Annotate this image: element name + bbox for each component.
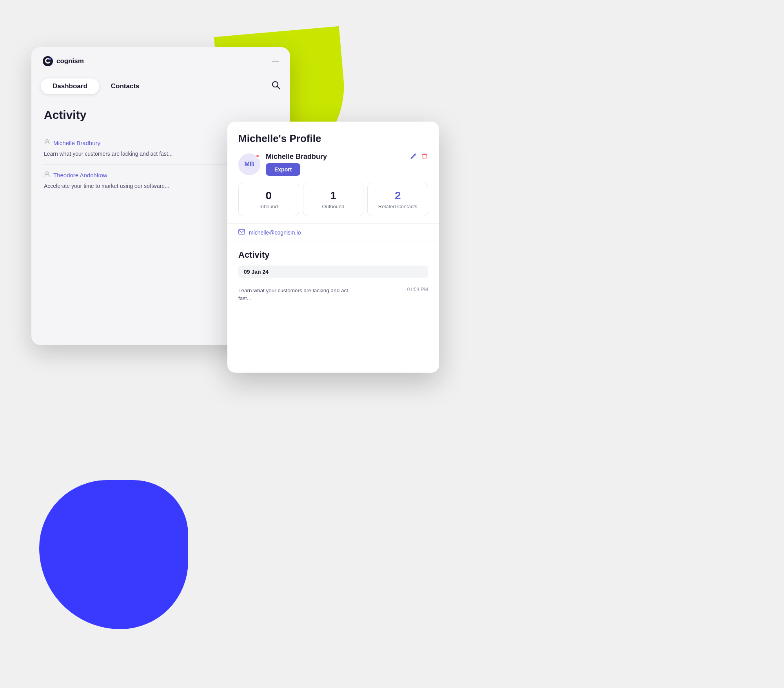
stat-inbound[interactable]: 0 Inbound bbox=[238, 183, 299, 216]
person-name-2[interactable]: Theodore Andohkow bbox=[53, 172, 107, 178]
cognism-logo-icon bbox=[42, 56, 53, 67]
tab-contacts[interactable]: Contacts bbox=[99, 78, 151, 94]
avatar-status-dot bbox=[256, 154, 260, 158]
minimize-button[interactable] bbox=[272, 61, 279, 62]
inbound-label: Inbound bbox=[243, 204, 294, 209]
nav-tabs: Dashboard Contacts bbox=[31, 74, 290, 100]
edit-icon[interactable] bbox=[410, 153, 417, 162]
profile-title: Michelle's Profile bbox=[238, 133, 428, 145]
profile-activity-time: 01:54 PM bbox=[407, 287, 428, 292]
svg-line-3 bbox=[278, 87, 280, 89]
svg-point-0 bbox=[43, 56, 53, 66]
activity-date-badge: 09 Jan 24 bbox=[238, 266, 428, 278]
person-icon-2 bbox=[44, 171, 50, 179]
logo-text: cognism bbox=[56, 57, 84, 65]
stat-related-contacts[interactable]: 2 Related Contacts bbox=[367, 183, 428, 216]
profile-activity: Activity 09 Jan 24 Learn what your custo… bbox=[227, 242, 439, 306]
profile-card: Michelle's Profile MB Michelle Bradbury … bbox=[227, 122, 439, 373]
svg-point-1 bbox=[49, 58, 51, 60]
email-icon bbox=[238, 229, 245, 236]
dashboard-header: cognism bbox=[31, 47, 290, 74]
svg-rect-6 bbox=[239, 229, 245, 234]
search-icon[interactable] bbox=[271, 80, 281, 92]
svg-point-5 bbox=[46, 172, 48, 174]
profile-name-section: Michelle Bradbury Export bbox=[266, 153, 327, 176]
profile-activity-text: Learn what your customers are lacking an… bbox=[238, 287, 360, 303]
profile-left: MB Michelle Bradbury Export bbox=[238, 153, 327, 176]
tab-dashboard[interactable]: Dashboard bbox=[41, 78, 99, 94]
activity-text-1: Learn what your customers are lacking an… bbox=[44, 150, 172, 158]
logo-area: cognism bbox=[42, 56, 84, 67]
avatar: MB bbox=[238, 153, 260, 175]
blue-decoration bbox=[39, 480, 188, 629]
related-contacts-label: Related Contacts bbox=[372, 204, 423, 209]
email-address[interactable]: michelle@cognism.io bbox=[249, 229, 301, 236]
person-icon bbox=[44, 139, 50, 147]
profile-activity-title: Activity bbox=[238, 250, 428, 260]
delete-icon[interactable] bbox=[421, 153, 428, 162]
inbound-value: 0 bbox=[243, 189, 294, 202]
person-name-1[interactable]: Michelle Bradbury bbox=[53, 140, 100, 146]
profile-name: Michelle Bradbury bbox=[266, 153, 327, 161]
stat-outbound[interactable]: 1 Outbound bbox=[303, 183, 364, 216]
profile-header: Michelle's Profile MB Michelle Bradbury … bbox=[227, 122, 439, 176]
svg-point-4 bbox=[46, 140, 48, 142]
email-row: michelle@cognism.io bbox=[227, 223, 439, 242]
activity-text-2: Accelerate your time to market using our… bbox=[44, 182, 169, 190]
avatar-initials: MB bbox=[245, 161, 254, 168]
activity-title: Activity bbox=[44, 108, 278, 122]
outbound-value: 1 bbox=[308, 189, 359, 202]
outbound-label: Outbound bbox=[308, 204, 359, 209]
profile-actions bbox=[410, 153, 428, 162]
related-contacts-value: 2 bbox=[372, 189, 423, 202]
profile-activity-item: Learn what your customers are lacking an… bbox=[238, 284, 428, 306]
stats-grid: 0 Inbound 1 Outbound 2 Related Contacts bbox=[238, 183, 428, 216]
profile-info: MB Michelle Bradbury Export bbox=[238, 153, 428, 176]
export-button[interactable]: Export bbox=[266, 163, 300, 176]
